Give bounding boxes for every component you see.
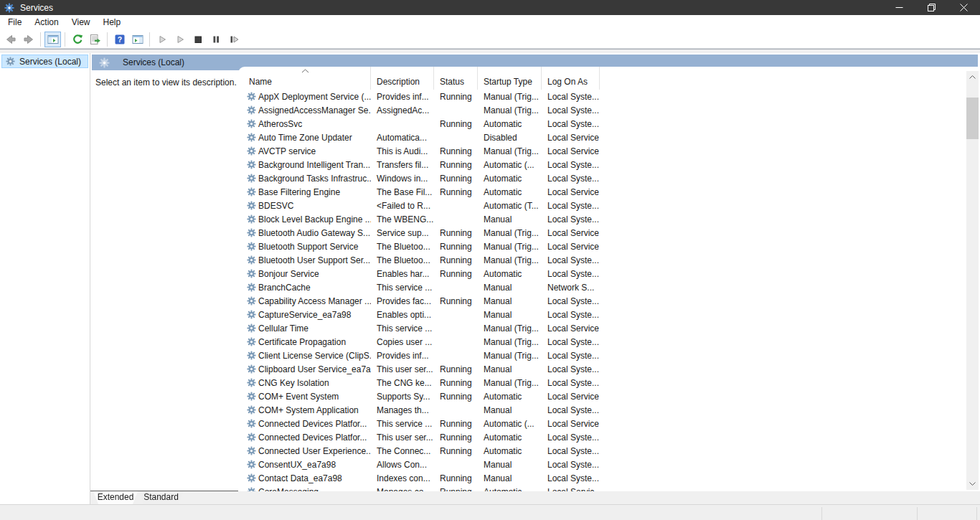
service-log-on-as-cell: Local Syste... xyxy=(542,405,600,415)
service-row[interactable]: Connected Devices Platfor... This servic… xyxy=(238,417,980,430)
service-row[interactable]: CNG Key Isolation The CNG ke... Running … xyxy=(238,376,980,389)
close-button[interactable] xyxy=(948,0,980,15)
service-rows: AppX Deployment Service (... Provides in… xyxy=(238,90,980,491)
services-gear-icon xyxy=(99,57,110,68)
service-row[interactable]: Clipboard User Service_ea7a... This user… xyxy=(238,362,980,376)
service-status-cell: Running xyxy=(434,419,478,429)
service-row[interactable]: AVCTP service This is Audi... Running Ma… xyxy=(238,144,980,158)
service-row[interactable]: Capability Access Manager ... Provides f… xyxy=(238,294,980,308)
service-description-cell: The Bluetoo... xyxy=(371,242,434,252)
service-row[interactable]: Bonjour Service Enables har... Running A… xyxy=(238,267,980,280)
service-row[interactable]: Bluetooth Support Service The Bluetoo...… xyxy=(238,240,980,253)
service-startup-type-cell: Manual (Trig... xyxy=(478,92,542,102)
service-row[interactable]: CoreMessaging Manages co... Running Auto… xyxy=(238,485,980,491)
service-gear-icon xyxy=(247,228,256,237)
service-startup-type-cell: Automatic xyxy=(478,187,542,197)
refresh-button[interactable] xyxy=(69,32,85,47)
service-row[interactable]: ConsentUX_ea7a98 Allows Con... Manual Lo… xyxy=(238,458,980,471)
service-row[interactable]: Bluetooth Audio Gateway S... Service sup… xyxy=(238,226,980,240)
forward-button[interactable] xyxy=(20,32,37,47)
service-row[interactable]: Auto Time Zone Updater Automatica... Dis… xyxy=(238,131,980,144)
service-log-on-as-cell: Local Syste... xyxy=(542,214,600,224)
list-header-row: Name Description Status Startup Type Log… xyxy=(238,67,980,90)
service-row[interactable]: AtherosSvc Running Automatic Local Syste… xyxy=(238,117,980,131)
service-description-cell: Enables opti... xyxy=(371,310,434,320)
service-row[interactable]: Background Tasks Infrastruc... Windows i… xyxy=(238,171,980,185)
service-startup-type-cell: Automatic xyxy=(478,392,542,402)
restart-service-button[interactable] xyxy=(225,32,242,47)
scroll-down-button[interactable] xyxy=(966,478,979,490)
service-row[interactable]: AppX Deployment Service (... Provides in… xyxy=(238,90,980,103)
column-header-name[interactable]: Name xyxy=(238,67,371,90)
menu-file[interactable]: File xyxy=(1,15,28,30)
column-header-log-on-as[interactable]: Log On As xyxy=(542,67,600,90)
minimize-button[interactable] xyxy=(883,0,915,15)
service-name-cell: Connected Devices Platfor... xyxy=(238,419,371,429)
service-row[interactable]: Bluetooth User Support Ser... The Blueto… xyxy=(238,253,980,267)
vertical-scrollbar[interactable] xyxy=(966,71,979,490)
column-header-startup-type[interactable]: Startup Type xyxy=(478,67,542,90)
service-row[interactable]: Base Filtering Engine The Base Fil... Ru… xyxy=(238,185,980,199)
service-startup-type-cell: Automatic xyxy=(478,432,542,443)
service-row[interactable]: COM+ System Application Manages th... Ma… xyxy=(238,403,980,417)
service-row[interactable]: AssignedAccessManager Se... AssignedAc..… xyxy=(238,103,980,117)
service-name-cell: Bluetooth User Support Ser... xyxy=(238,255,371,265)
start-service-button[interactable] xyxy=(154,32,170,47)
help-button[interactable]: ? xyxy=(111,32,128,47)
service-row[interactable]: Client License Service (ClipS... Provide… xyxy=(238,349,980,362)
stop-service-button[interactable] xyxy=(189,32,206,47)
service-row[interactable]: Connected Devices Platfor... This user s… xyxy=(238,430,980,444)
service-description-cell: Provides inf... xyxy=(371,351,434,361)
status-bar-divider xyxy=(917,507,918,520)
service-status-cell: Running xyxy=(434,174,478,184)
resume-service-button[interactable] xyxy=(171,32,188,47)
service-row[interactable]: Cellular Time This service ... Manual (T… xyxy=(238,321,980,335)
status-bar xyxy=(0,504,980,520)
service-description-cell: This user ser... xyxy=(371,432,434,443)
service-row[interactable]: Background Intelligent Tran... Transfers… xyxy=(238,158,980,171)
service-row[interactable]: CaptureService_ea7a98 Enables opti... Ma… xyxy=(238,308,980,321)
scroll-up-button[interactable] xyxy=(966,71,979,83)
service-row[interactable]: BranchCache This service ... Manual Netw… xyxy=(238,280,980,294)
menu-view[interactable]: View xyxy=(65,15,97,30)
back-button[interactable] xyxy=(2,32,19,47)
service-name-cell: AtherosSvc xyxy=(238,119,371,129)
service-gear-icon xyxy=(247,323,256,333)
toolbar-separator xyxy=(40,32,41,47)
menu-help[interactable]: Help xyxy=(97,15,128,30)
service-status-cell: Running xyxy=(434,378,478,388)
menu-action[interactable]: Action xyxy=(28,15,65,30)
service-startup-type-cell: Manual xyxy=(478,473,542,483)
service-startup-type-cell: Manual (Trig... xyxy=(478,323,542,334)
show-action-pane-button[interactable] xyxy=(129,32,146,47)
service-description-cell: This user ser... xyxy=(371,364,434,374)
service-row[interactable]: Certificate Propagation Copies user ... … xyxy=(238,335,980,349)
tab-extended[interactable]: Extended xyxy=(93,491,138,504)
service-row[interactable]: COM+ Event System Supports Sy... Running… xyxy=(238,389,980,403)
service-description-cell: The Connec... xyxy=(371,446,434,456)
service-gear-icon xyxy=(247,351,256,360)
service-row[interactable]: Contact Data_ea7a98 Indexes con... Runni… xyxy=(238,471,980,485)
console-tree-panel: Services (Local) xyxy=(0,53,90,505)
service-gear-icon xyxy=(247,174,256,183)
restore-button[interactable] xyxy=(915,0,948,15)
service-log-on-as-cell: Network S... xyxy=(542,283,600,293)
scrollbar-thumb[interactable] xyxy=(966,98,979,139)
service-row[interactable]: Connected User Experience... The Connec.… xyxy=(238,444,980,458)
console-tree-icon xyxy=(47,34,59,45)
tree-item-services-local[interactable]: Services (Local) xyxy=(1,55,88,68)
service-row[interactable]: Block Level Backup Engine ... The WBENG.… xyxy=(238,212,980,226)
column-header-description[interactable]: Description xyxy=(371,67,434,90)
toolbar-separator xyxy=(107,32,108,47)
service-row[interactable]: BDESVC <Failed to R... Automatic (T... L… xyxy=(238,199,980,212)
tab-standard[interactable]: Standard xyxy=(139,491,183,504)
export-list-button[interactable] xyxy=(87,32,103,47)
service-description-cell: This service ... xyxy=(371,323,434,334)
show-console-tree-button[interactable] xyxy=(44,32,61,47)
service-gear-icon xyxy=(247,337,256,346)
service-description-cell: The CNG ke... xyxy=(371,378,434,388)
service-startup-type-cell: Manual xyxy=(478,364,542,374)
service-log-on-as-cell: Local Service xyxy=(542,242,600,252)
pause-service-button[interactable] xyxy=(207,32,224,47)
column-header-status[interactable]: Status xyxy=(434,67,478,90)
